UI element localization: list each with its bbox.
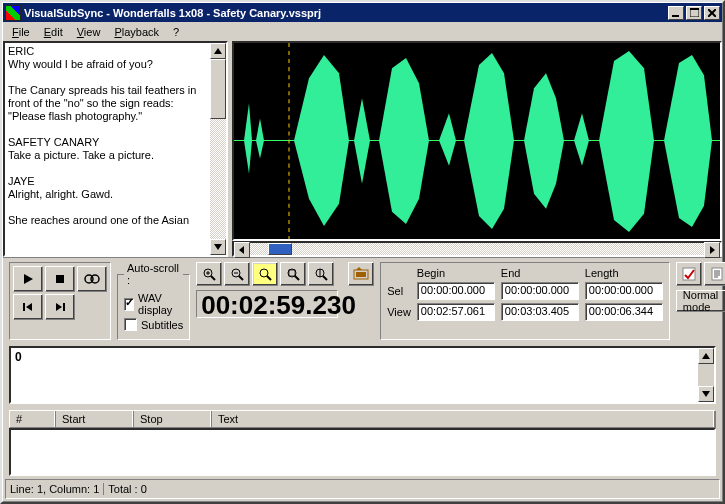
autoscroll-group: Auto-scroll : WAV display Subtitles <box>117 262 190 340</box>
svg-rect-22 <box>56 275 64 283</box>
autoscroll-wav-checkbox[interactable]: WAV display <box>124 292 183 316</box>
hscroll-right-button[interactable] <box>704 242 720 258</box>
status-line-col: Line: 1, Column: 1 <box>10 483 104 495</box>
window-title: VisualSubSync - Wonderfalls 1x08 - Safet… <box>24 7 668 19</box>
timecode-display: 00:02:59.230 <box>196 290 338 318</box>
svg-marker-19 <box>239 246 244 254</box>
label-view: View <box>387 306 411 318</box>
zoom-all-button[interactable] <box>280 262 306 286</box>
sel-begin-field[interactable]: 00:00:00.000 <box>417 282 495 300</box>
zoom-vert-button[interactable] <box>308 262 334 286</box>
stop-button[interactable] <box>45 266 75 292</box>
svg-rect-28 <box>63 303 65 311</box>
svg-line-34 <box>239 276 243 280</box>
scroll-up-button[interactable] <box>210 43 226 59</box>
loop-button[interactable] <box>77 266 107 292</box>
svg-marker-27 <box>56 303 62 311</box>
svg-marker-20 <box>710 246 715 254</box>
scroll-down-button[interactable] <box>210 239 226 255</box>
menu-view[interactable]: View <box>70 24 108 40</box>
subtitle-edit-area[interactable]: 0 <box>9 346 716 404</box>
svg-marker-46 <box>356 267 362 270</box>
maximize-button[interactable] <box>686 6 702 20</box>
autoscroll-legend: Auto-scroll : <box>124 262 183 286</box>
waveform-display[interactable] <box>232 41 722 241</box>
col-start[interactable]: Start <box>56 411 134 427</box>
label-sel: Sel <box>387 285 411 297</box>
label-end: End <box>501 267 579 279</box>
label-begin: Begin <box>417 267 495 279</box>
col-stop[interactable]: Stop <box>134 411 212 427</box>
mode-button[interactable]: Normal mode <box>676 290 725 312</box>
view-end-field[interactable]: 00:03:03.405 <box>501 303 579 321</box>
prev-button[interactable] <box>13 294 43 320</box>
app-icon <box>5 5 21 21</box>
view-begin-field[interactable]: 00:02:57.061 <box>417 303 495 321</box>
svg-marker-21 <box>24 274 33 284</box>
hscroll-thumb[interactable] <box>268 243 292 255</box>
menu-help[interactable]: ? <box>166 24 186 40</box>
minimize-button[interactable] <box>668 6 684 20</box>
svg-rect-45 <box>356 272 366 277</box>
view-length-field[interactable]: 00:00:06.344 <box>585 303 663 321</box>
edit-scrollbar[interactable] <box>698 348 714 402</box>
autoscroll-subs-checkbox[interactable]: Subtitles <box>124 318 183 331</box>
menubar: File Edit View Playback ? <box>3 22 722 41</box>
script-text: ERIC Why would I be afraid of you? The C… <box>5 43 210 255</box>
zoom-out-button[interactable] <box>224 262 250 286</box>
svg-rect-48 <box>712 268 722 280</box>
status-total: Total : 0 <box>108 483 147 495</box>
svg-rect-2 <box>690 8 699 10</box>
statusbar: Line: 1, Column: 1 Total : 0 <box>5 479 720 499</box>
svg-point-24 <box>91 275 99 283</box>
sel-length-field[interactable]: 00:00:00.000 <box>585 282 663 300</box>
script-scrollbar[interactable] <box>210 43 226 255</box>
zoom-sel-button[interactable] <box>252 262 278 286</box>
menu-edit[interactable]: Edit <box>37 24 70 40</box>
script-pane[interactable]: ERIC Why would I be afraid of you? The C… <box>3 41 228 257</box>
titlebar[interactable]: VisualSubSync - Wonderfalls 1x08 - Safet… <box>3 3 722 22</box>
svg-line-42 <box>323 276 327 280</box>
subtitle-index: 0 <box>15 350 22 364</box>
close-button[interactable] <box>704 6 720 20</box>
svg-rect-40 <box>289 270 295 276</box>
hscroll-left-button[interactable] <box>234 242 250 258</box>
play-button[interactable] <box>13 266 43 292</box>
menu-playback[interactable]: Playback <box>107 24 166 40</box>
error-check-button[interactable] <box>676 262 702 286</box>
menu-file[interactable]: File <box>5 24 37 40</box>
label-length: Length <box>585 267 663 279</box>
svg-rect-25 <box>23 303 25 311</box>
sel-end-field[interactable]: 00:00:00.000 <box>501 282 579 300</box>
subtitle-grid-header[interactable]: # Start Stop Text <box>9 410 716 428</box>
col-num[interactable]: # <box>10 411 56 427</box>
svg-line-30 <box>211 276 215 280</box>
scroll-thumb[interactable] <box>210 59 226 119</box>
svg-line-39 <box>295 276 299 280</box>
col-text[interactable]: Text <box>212 411 715 427</box>
zoom-in-button[interactable] <box>196 262 222 286</box>
svg-point-36 <box>260 269 268 277</box>
waveform-hscroll[interactable] <box>232 241 722 257</box>
next-button[interactable] <box>45 294 75 320</box>
svg-line-37 <box>267 276 271 280</box>
scene-change-button[interactable] <box>348 262 374 286</box>
svg-marker-26 <box>26 303 32 311</box>
svg-rect-0 <box>672 15 679 17</box>
script-panel-button[interactable] <box>704 262 725 286</box>
subtitle-grid-body[interactable] <box>9 428 716 476</box>
